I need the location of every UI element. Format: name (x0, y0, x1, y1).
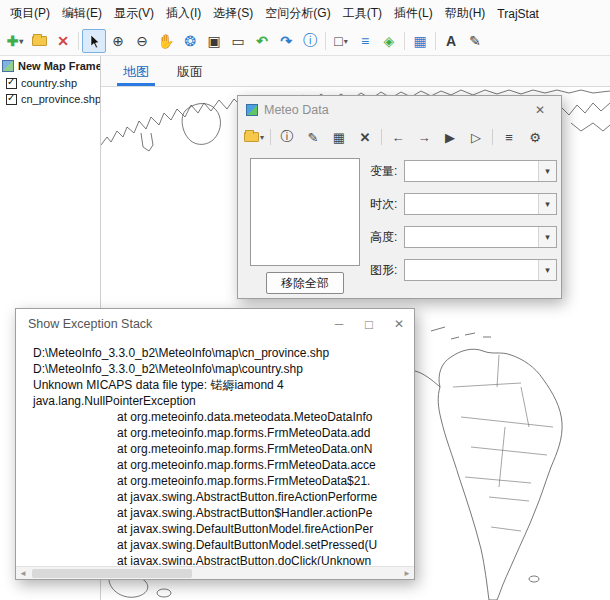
globe-icon[interactable]: ❂ (178, 29, 202, 53)
stack-line: D:\MeteoInfo_3.3.0_b2\MeteoInfo\map\cn_p… (33, 345, 413, 361)
zoom-out-icon[interactable]: ⊖ (130, 29, 154, 53)
select-tool-icon[interactable] (82, 29, 106, 53)
time-field-row: 时次: (370, 193, 557, 215)
toolbar-separator (325, 32, 326, 50)
animate-icon[interactable]: ▶ (440, 127, 460, 147)
horizontal-scrollbar[interactable]: ◄ ► (16, 566, 414, 579)
toolbar-separator (492, 129, 493, 145)
variable-field-row: 变量: (370, 160, 557, 182)
menu-view[interactable]: 显示(V) (108, 0, 160, 27)
draw-data-icon[interactable]: ✎ (303, 127, 323, 147)
meteo-toolbar: ▾ ⓘ ✎ ▦ ✕ ← → ▶ ▷ ≡ ⚙ (238, 123, 561, 151)
chevron-down-icon[interactable] (538, 260, 556, 280)
toolbar-separator (381, 129, 382, 145)
pan-hand-icon[interactable]: ✋ (154, 29, 178, 53)
stack-line: at javax.swing.DefaultButtonModel.setPre… (33, 537, 413, 553)
stack-line: D:\MeteoInfo_3.3.0_b2\MeteoInfo\map\coun… (33, 361, 413, 377)
settings-icon[interactable]: ⚙ (525, 127, 545, 147)
menu-tools[interactable]: 工具(T) (337, 0, 388, 27)
attribute-table-icon[interactable]: ▦ (329, 127, 349, 147)
exception-dialog-titlebar[interactable]: Show Exception Stack ─ □ ✕ (16, 309, 414, 339)
exception-dialog-title: Show Exception Stack (28, 317, 152, 331)
new-layer-icon[interactable]: ✚▾ (3, 29, 27, 53)
open-file-icon[interactable] (27, 29, 51, 53)
stack-line: at org.meteoinfo.map.forms.FrmMeteoData.… (33, 441, 413, 457)
level-select[interactable] (404, 226, 557, 248)
open-data-icon[interactable]: ▾ (244, 127, 264, 147)
menu-project[interactable]: 项目(P) (4, 0, 56, 27)
redo-zoom-icon[interactable]: ↷ (274, 29, 298, 53)
view-tabstrip: 地图 版面 (101, 56, 610, 87)
layers-order-icon[interactable]: ≡ (353, 29, 377, 53)
shape-tool-glyph: □ (334, 33, 342, 49)
map-frame-icon (2, 60, 14, 72)
layer-checkbox-country[interactable] (6, 78, 17, 89)
exception-stack-text[interactable]: D:\MeteoInfo_3.3.0_b2\MeteoInfo\map\cn_p… (17, 339, 413, 565)
map-frame-item[interactable]: New Map Frame (0, 56, 100, 75)
minimize-icon[interactable]: ─ (324, 309, 354, 339)
opened-data-listbox[interactable] (250, 158, 360, 266)
layer-item-cn-province[interactable]: cn_province.shp (0, 91, 100, 107)
stack-line: at javax.swing.AbstractButton.doClick(Un… (33, 553, 413, 565)
stack-line: Unknown MICAPS data file type: 锘縟iamond … (33, 377, 413, 393)
zoom-in-icon[interactable]: ⊕ (106, 29, 130, 53)
menu-plugins[interactable]: 插件(L) (388, 0, 439, 27)
chevron-down-icon[interactable] (538, 161, 556, 181)
layer-item-country[interactable]: country.shp (0, 75, 100, 91)
next-time-icon[interactable]: → (414, 127, 434, 147)
identify-icon[interactable]: ⓘ (298, 29, 322, 53)
tab-layout[interactable]: 版面 (163, 56, 217, 86)
text-label-icon[interactable]: A (439, 29, 463, 53)
zoom-extent-icon[interactable]: ▣ (202, 29, 226, 53)
data-info-icon[interactable]: ⓘ (277, 127, 297, 147)
meteo-data-dialog: Meteo Data ✕ ▾ ⓘ ✎ ▦ ✕ ← → ▶ ▷ ≡ ⚙ 移除全部 … (237, 95, 562, 299)
scrollbar-thumb[interactable] (32, 569, 192, 578)
remove-all-button[interactable]: 移除全部 (266, 272, 344, 294)
undo-zoom-icon[interactable]: ↶ (250, 29, 274, 53)
chevron-down-icon[interactable] (538, 227, 556, 247)
variable-select[interactable] (404, 160, 557, 182)
menu-trajstat[interactable]: TrajStat (491, 2, 545, 26)
time-select[interactable] (404, 193, 557, 215)
stack-line: at javax.swing.AbstractButton$Handler.ac… (33, 505, 413, 521)
tab-map[interactable]: 地图 (109, 56, 163, 86)
menu-geoprocessing[interactable]: 空间分析(G) (259, 0, 336, 27)
stack-line: at javax.swing.AbstractButton.fireAction… (33, 489, 413, 505)
scroll-right-icon[interactable]: ► (400, 567, 414, 579)
meteo-dialog-titlebar[interactable]: Meteo Data ✕ (238, 96, 561, 123)
step-last-icon[interactable]: ▷ (466, 127, 486, 147)
stack-line: java.lang.NullPointerException (33, 393, 413, 409)
chart-icon[interactable]: ▦ (408, 29, 432, 53)
menu-insert[interactable]: 插入(I) (160, 0, 207, 27)
chevron-down-icon[interactable] (538, 194, 556, 214)
remove-layer-icon[interactable]: ✕ (51, 29, 75, 53)
new-layer-glyph: ✚ (7, 33, 19, 49)
stack-line: at org.meteoinfo.map.forms.FrmMeteoData.… (33, 425, 413, 441)
level-field-row: 高度: (370, 226, 557, 248)
scroll-left-icon[interactable]: ◄ (16, 567, 30, 579)
graphic-select[interactable] (404, 259, 557, 281)
previous-time-icon[interactable]: ← (388, 127, 408, 147)
cursor-arrow-shape (88, 34, 101, 49)
menu-edit[interactable]: 编辑(E) (56, 0, 108, 27)
select-rectangle-icon[interactable]: ▭ (226, 29, 250, 53)
shape-tool-icon[interactable]: □▾ (329, 29, 353, 53)
level-label: 高度: (370, 229, 404, 246)
graphic-label: 图形: (370, 262, 404, 279)
app-window: 项目(P) 编辑(E) 显示(V) 插入(I) 选择(S) 空间分析(G) 工具… (0, 0, 610, 600)
toolbar-separator (78, 32, 79, 50)
layer-name-cn-province: cn_province.shp (21, 93, 101, 105)
toolbar-separator (435, 32, 436, 50)
menu-bar: 项目(P) 编辑(E) 显示(V) 插入(I) 选择(S) 空间分析(G) 工具… (0, 0, 610, 27)
label-tag-icon[interactable]: ◈ (377, 29, 401, 53)
data-list-icon[interactable]: ≡ (499, 127, 519, 147)
menu-help[interactable]: 帮助(H) (439, 0, 492, 27)
menu-selection[interactable]: 选择(S) (207, 0, 259, 27)
maximize-icon[interactable]: □ (354, 309, 384, 339)
meteo-close-icon[interactable]: ✕ (527, 103, 553, 117)
meteo-dialog-title: Meteo Data (264, 103, 329, 117)
close-icon[interactable]: ✕ (384, 309, 414, 339)
layer-checkbox-cn-province[interactable] (6, 94, 17, 105)
pen-icon[interactable]: ✎ (463, 29, 487, 53)
remove-data-icon[interactable]: ✕ (355, 127, 375, 147)
